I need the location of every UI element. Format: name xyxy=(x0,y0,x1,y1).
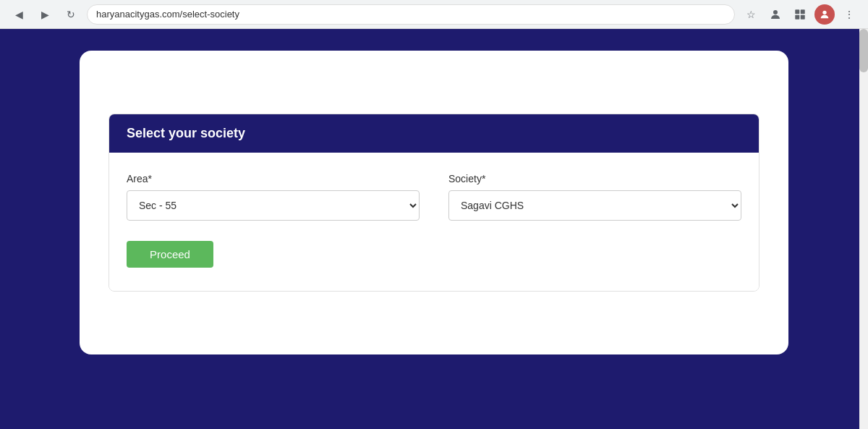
area-label: Area* xyxy=(127,173,420,184)
svg-rect-4 xyxy=(801,14,805,19)
svg-rect-2 xyxy=(801,9,805,14)
address-bar[interactable]: haryanacitygas.com/select-society xyxy=(87,4,735,25)
card-header: Select your society xyxy=(109,114,759,153)
svg-point-0 xyxy=(773,10,778,14)
url-text: haryanacitygas.com/select-society xyxy=(96,9,239,20)
area-select[interactable]: Sec - 55 Sec - 56 Sec - 57 Sec - 58 xyxy=(127,190,420,221)
society-label: Society* xyxy=(448,173,741,184)
user-avatar[interactable] xyxy=(814,4,835,25)
account-circle-icon[interactable] xyxy=(765,4,786,25)
forward-button[interactable]: ▶ xyxy=(35,4,55,25)
bookmark-icon[interactable]: ☆ xyxy=(741,4,761,25)
browser-icons: ☆ ⋮ xyxy=(741,4,859,25)
card-body: Area* Sec - 55 Sec - 56 Sec - 57 Sec - 5… xyxy=(109,153,759,291)
page-content: Select your society Area* Sec - 55 Sec -… xyxy=(0,29,868,376)
society-form-group: Society* Sagavi CGHS Green Valley Sun Ci… xyxy=(448,173,741,221)
svg-point-5 xyxy=(822,10,826,14)
back-button[interactable]: ◀ xyxy=(9,4,29,25)
extension-icon[interactable] xyxy=(790,4,810,25)
browser-toolbar: ◀ ▶ ↻ haryanacitygas.com/select-society … xyxy=(0,0,868,29)
proceed-button[interactable]: Proceed xyxy=(127,241,213,268)
svg-rect-3 xyxy=(795,14,799,19)
svg-rect-1 xyxy=(795,9,799,14)
reload-button[interactable]: ↻ xyxy=(61,4,81,25)
scrollbar[interactable] xyxy=(859,29,868,429)
scrollbar-thumb[interactable] xyxy=(859,29,868,72)
society-select[interactable]: Sagavi CGHS Green Valley Sun City Palm H… xyxy=(448,190,741,221)
area-form-group: Area* Sec - 55 Sec - 56 Sec - 57 Sec - 5… xyxy=(127,173,420,221)
menu-icon[interactable]: ⋮ xyxy=(839,4,859,25)
inner-card: Select your society Area* Sec - 55 Sec -… xyxy=(109,114,760,292)
form-row: Area* Sec - 55 Sec - 56 Sec - 57 Sec - 5… xyxy=(127,173,741,221)
outer-card: Select your society Area* Sec - 55 Sec -… xyxy=(80,51,788,354)
card-title: Select your society xyxy=(127,126,245,140)
